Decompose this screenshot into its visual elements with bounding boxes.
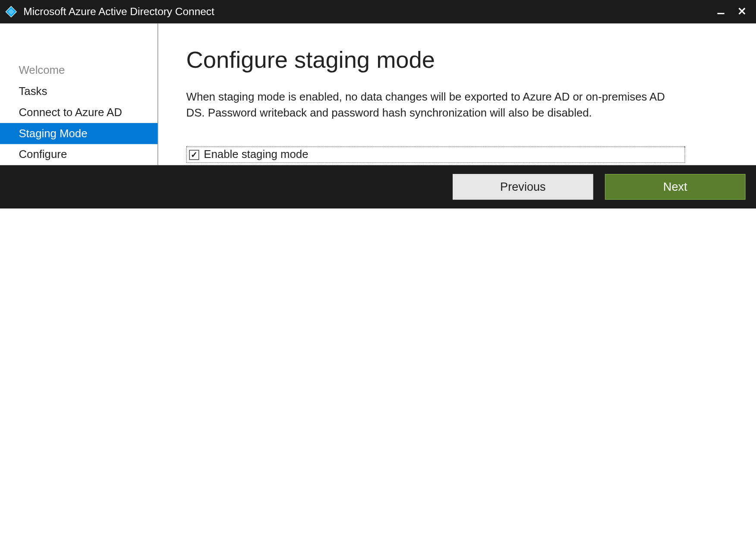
window-controls: [715, 6, 751, 17]
checkbox-box-icon: ✓: [189, 150, 199, 160]
previous-button[interactable]: Previous: [453, 174, 593, 200]
checkmark-icon: ✓: [191, 151, 198, 159]
minimize-icon[interactable]: [715, 6, 727, 17]
page-title: Configure staging mode: [186, 47, 721, 73]
content-pane: Configure staging mode When staging mode…: [158, 23, 756, 165]
sidebar-item-staging-mode[interactable]: Staging Mode: [0, 123, 158, 144]
sidebar-item-label: Tasks: [19, 85, 47, 97]
svg-rect-2: [717, 13, 724, 14]
sidebar: Welcome Tasks Connect to Azure AD Stagin…: [0, 23, 158, 165]
window-title: Microsoft Azure Active Directory Connect: [23, 6, 715, 18]
sidebar-item-tasks[interactable]: Tasks: [0, 81, 158, 102]
sidebar-item-label: Connect to Azure AD: [19, 106, 122, 118]
next-button[interactable]: Next: [605, 174, 746, 200]
sidebar-item-configure[interactable]: Configure: [0, 144, 158, 165]
footer: Previous Next: [0, 165, 756, 208]
sidebar-item-label: Staging Mode: [19, 127, 87, 139]
close-icon[interactable]: [736, 6, 748, 17]
sidebar-item-connect-azure-ad[interactable]: Connect to Azure AD: [0, 102, 158, 123]
azure-icon: [5, 5, 18, 18]
checkbox-label: Enable staging mode: [204, 148, 308, 161]
sidebar-item-label: Configure: [19, 148, 67, 160]
enable-staging-mode-checkbox[interactable]: ✓ Enable staging mode: [186, 147, 685, 163]
sidebar-item-label: Welcome: [19, 64, 65, 76]
page-description: When staging mode is enabled, no data ch…: [186, 90, 667, 121]
titlebar: Microsoft Azure Active Directory Connect: [0, 0, 756, 23]
main-area: Welcome Tasks Connect to Azure AD Stagin…: [0, 23, 756, 165]
sidebar-item-welcome[interactable]: Welcome: [0, 60, 158, 81]
